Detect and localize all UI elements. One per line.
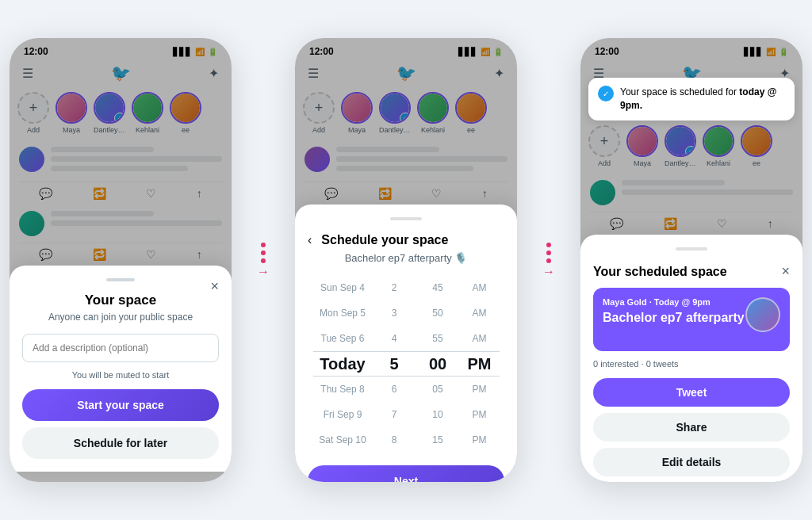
event-name: Bachelor ep7 afterparty 🎙️ xyxy=(308,252,504,264)
arrow-1-2: → xyxy=(257,241,270,279)
close-button-3[interactable]: × xyxy=(781,263,790,280)
dashed-arrow-2: → xyxy=(542,241,555,279)
separator-2 xyxy=(390,217,422,220)
toast-check-icon: ✓ xyxy=(598,86,614,101)
card-host-time: Today @ 9pm xyxy=(654,297,710,307)
picker-day-6: Fri Sep 9 xyxy=(324,402,362,427)
card-host-name: Maya Gold xyxy=(603,297,647,307)
scene: 12:00 ▋▋▋ 📶 🔋 ☰ 🐦 ✦ + Add Maya xyxy=(0,22,812,498)
close-button-1[interactable]: × xyxy=(210,278,219,295)
picker-hour-7: 8 xyxy=(392,427,397,453)
schedule-sheet: ‹ Schedule your space Bachelor ep7 after… xyxy=(295,205,517,482)
dot xyxy=(261,258,266,263)
phone-2: 12:00 ▋▋▋ 📶 🔋 ☰ 🐦 ✦ + Add Maya xyxy=(295,38,517,482)
picker-min-selected[interactable]: 00 xyxy=(416,351,460,377)
dot xyxy=(546,258,551,263)
schedule-header: ‹ Schedule your space xyxy=(308,233,504,247)
picker-min-7: 15 xyxy=(432,427,442,453)
dot xyxy=(546,250,551,255)
picker-min-5: 05 xyxy=(432,377,442,402)
picker-col-day: Sun Sep 4 Mon Sep 5 Tue Sep 6 Today Thu … xyxy=(313,275,373,453)
picker-min-6: 10 xyxy=(432,402,442,427)
panel-title: Your scheduled space xyxy=(593,265,727,279)
schedule-later-button[interactable]: Schedule for later xyxy=(22,427,219,459)
interested-stats: 0 interested · 0 tweets xyxy=(593,359,790,369)
picker-ampm-1: AM xyxy=(473,275,487,300)
picker-col-ampm: AM AM AM PM PM PM PM xyxy=(460,275,500,453)
picker-hour-selected[interactable]: 5 xyxy=(373,351,416,377)
picker-day-2: Mon Sep 5 xyxy=(320,300,366,326)
picker-day-5: Thu Sep 8 xyxy=(320,377,364,402)
picker-day-3: Tue Sep 6 xyxy=(321,326,365,351)
picker-min-1: 45 xyxy=(432,275,442,300)
toast-message: Your space is scheduled for today @ 9pm. xyxy=(620,86,785,113)
schedule-title: Schedule your space xyxy=(321,233,448,247)
picker-day-1: Sun Sep 4 xyxy=(320,275,365,300)
picker-col-min: 45 50 55 00 05 10 15 xyxy=(416,275,460,453)
picker-min-2: 50 xyxy=(432,300,442,326)
toast-text-before: Your space is scheduled for xyxy=(620,86,739,98)
picker-ampm-7: PM xyxy=(473,427,487,453)
sheet-handle-1 xyxy=(106,278,135,281)
share-button[interactable]: Share xyxy=(593,413,790,442)
picker-hour-5: 6 xyxy=(392,377,397,402)
phone-1: 12:00 ▋▋▋ 📶 🔋 ☰ 🐦 ✦ + Add Maya xyxy=(10,38,232,482)
picker-col-hour: 2 3 4 5 6 7 8 xyxy=(373,275,416,453)
picker-ampm-selected[interactable]: PM xyxy=(460,351,500,377)
separator-3 xyxy=(676,247,707,250)
arrow-2-3: → xyxy=(542,241,555,279)
picker-ampm-2: AM xyxy=(473,300,487,326)
mute-note: You will be muted to start xyxy=(22,370,219,380)
edit-details-button[interactable]: Edit details xyxy=(593,448,790,476)
picker-hour-2: 3 xyxy=(392,300,397,326)
dot xyxy=(546,243,551,247)
description-input[interactable] xyxy=(22,334,219,362)
picker-ampm-6: PM xyxy=(473,402,487,427)
scheduled-space-panel: Your scheduled space × Maya Gold · Today… xyxy=(580,235,802,482)
back-button[interactable]: ‹ xyxy=(308,233,312,247)
card-avatar xyxy=(745,297,780,332)
tweet-button[interactable]: Tweet xyxy=(593,378,790,407)
sheet-title-1: Your space xyxy=(22,292,219,308)
dot xyxy=(261,250,266,255)
notification-toast: ✓ Your space is scheduled for today @ 9p… xyxy=(588,78,795,120)
picker-ampm-3: AM xyxy=(473,326,487,351)
time-picker: Sun Sep 4 Mon Sep 5 Tue Sep 6 Today Thu … xyxy=(308,275,504,453)
space-card: Maya Gold · Today @ 9pm Bachelor ep7 aft… xyxy=(593,288,790,351)
picker-day-7: Sat Sep 10 xyxy=(319,427,366,453)
picker-hour-6: 7 xyxy=(392,402,397,427)
picker-hour-1: 2 xyxy=(392,275,397,300)
start-space-button[interactable]: Start your space xyxy=(22,389,219,421)
sheet-subtitle-1: Anyone can join your public space xyxy=(22,312,219,323)
picker-day-selected[interactable]: Today xyxy=(313,351,373,377)
picker-ampm-5: PM xyxy=(473,377,487,402)
next-button[interactable]: Next xyxy=(308,465,504,482)
bottom-sheet-1: × Your space Anyone can join your public… xyxy=(10,266,232,472)
dot xyxy=(261,243,266,247)
dashed-arrow-1: → xyxy=(257,241,270,279)
phone-3: 12:00 ▋▋▋ 📶 🔋 ☰ 🐦 ✦ ✓ Your space is sche… xyxy=(580,38,802,482)
picker-hour-3: 4 xyxy=(392,326,397,351)
picker-min-3: 55 xyxy=(432,326,442,351)
